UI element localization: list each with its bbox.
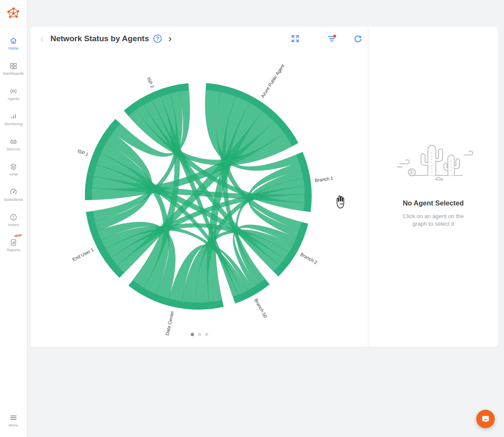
sidebar-item-label: Reports <box>7 248 20 252</box>
sidebar-item-speedtests[interactable]: Speedtests <box>0 182 27 207</box>
reports-icon <box>9 238 18 247</box>
agent-label-data-center[interactable]: Data Center <box>165 311 175 336</box>
sidebar-nav: HomeDashboardsAgentsMonitoringDevicesAPM… <box>0 26 27 258</box>
apm-icon <box>9 163 18 171</box>
sidebar-item-label: Devices <box>7 147 21 151</box>
sidebar-item-label: Speedtests <box>4 197 23 202</box>
pagination-dot-2[interactable] <box>198 333 201 336</box>
menu-icon <box>9 413 18 422</box>
sidebar-item-menu[interactable]: Menu <box>0 408 27 433</box>
no-agent-title: No Agent Selected <box>403 199 464 207</box>
chart-section: ‹ Network Status by Agents ? › <box>30 27 368 347</box>
no-agent-subtitle: Click on an agent on the graph to select… <box>403 213 464 227</box>
sidebar: HomeDashboardsAgentsMonitoringDevicesAPM… <box>0 0 27 437</box>
dashboards-icon <box>9 62 18 70</box>
sidebar-item-dashboards[interactable]: Dashboards <box>0 56 27 81</box>
sidebar-item-agents[interactable]: Agents <box>0 81 27 106</box>
sidebar-item-label: Monitoring <box>4 122 22 126</box>
sidebar-item-label: APM <box>9 172 18 176</box>
agent-label-azure-public-agent[interactable]: Azure Public Agent <box>260 63 286 98</box>
pagination-dot-3[interactable] <box>205 333 208 336</box>
network-logo-icon <box>6 6 21 20</box>
chat-launcher-button[interactable] <box>476 410 495 428</box>
sidebar-item-reports[interactable]: ReportsNEW! <box>0 232 27 258</box>
sidebar-item-issues[interactable]: Issues <box>0 207 27 232</box>
sidebar-item-label: Dashboards <box>3 71 24 76</box>
sidebar-item-label: Issues <box>8 223 19 227</box>
sidebar-item-label: Home <box>8 46 18 50</box>
home-icon <box>9 37 18 45</box>
agents-icon <box>9 87 18 95</box>
sidebar-item-label: Agents <box>8 97 20 101</box>
app-logo[interactable] <box>0 0 27 26</box>
sidebar-item-devices[interactable]: Devices <box>0 132 27 157</box>
sidebar-item-label: Menu <box>9 423 18 427</box>
agent-label-isp-2[interactable]: ISP 2 <box>146 76 155 89</box>
agent-label-branch-1[interactable]: Branch 1 <box>315 176 333 183</box>
agent-label-branch-50[interactable]: Branch 50 <box>253 297 268 319</box>
new-badge: NEW! <box>14 234 22 238</box>
monitoring-icon <box>9 112 18 121</box>
pagination-dots <box>30 333 368 336</box>
agent-label-branch-2[interactable]: Branch 2 <box>299 252 318 265</box>
agent-label-end-user-1[interactable]: End User 1 <box>71 247 94 262</box>
sidebar-item-apm[interactable]: APM <box>0 157 27 182</box>
pagination-dot-1[interactable] <box>191 333 194 336</box>
agent-label-isp-1[interactable]: ISP 1 <box>77 148 89 157</box>
agent-detail-panel: No Agent Selected Click on an agent on t… <box>368 27 498 347</box>
issues-icon <box>9 213 18 221</box>
speedtests-icon <box>9 188 18 196</box>
dashboard-card: ‹ Network Status by Agents ? › <box>30 27 498 347</box>
desert-cactus-illustration <box>389 134 478 188</box>
sidebar-item-home[interactable]: Home <box>0 31 27 56</box>
sidebar-item-monitoring[interactable]: Monitoring <box>0 106 27 132</box>
devices-icon <box>9 137 18 146</box>
chord-diagram[interactable]: Azure Public AgentBranch 1Branch 2Branch… <box>30 27 368 347</box>
chat-bubble-icon <box>481 414 490 424</box>
